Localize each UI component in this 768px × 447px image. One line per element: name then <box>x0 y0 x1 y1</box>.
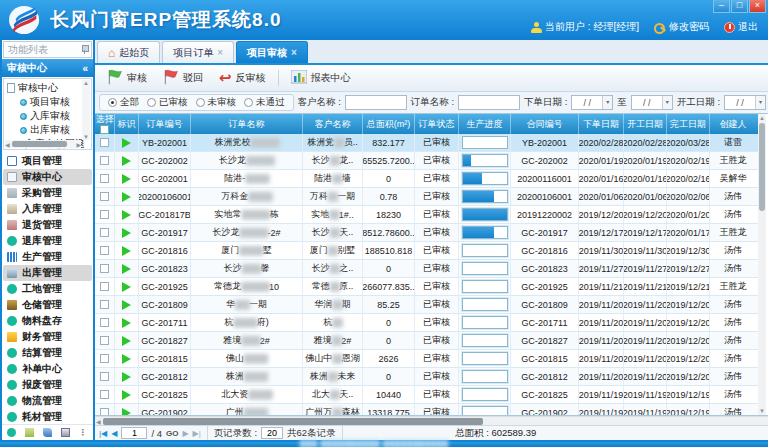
tree-hscroll-thumb[interactable] <box>12 141 67 147</box>
radio-未审核[interactable]: 未审核 <box>196 96 237 109</box>
tree-vertical-scrollbar[interactable]: ▲▼ <box>82 80 90 140</box>
row-checkbox[interactable] <box>100 228 109 237</box>
sidebar-item-5[interactable]: 退库管理 <box>3 233 92 249</box>
tab-2[interactable]: 项目审核× <box>236 41 308 63</box>
toolbar-button-审核[interactable]: 审核 <box>101 67 153 89</box>
row-checkbox[interactable] <box>100 192 109 201</box>
table-row[interactable]: GC-202002长沙龙██████长沙██龙..65525.7200..已审核… <box>95 152 758 170</box>
order-date-end-dropdown-icon[interactable]: ▾ <box>662 96 672 109</box>
module-pen-icon[interactable] <box>43 428 52 437</box>
table-row[interactable]: GC-201902广州█████广州万██森林13318.775已审核GC-20… <box>95 404 758 415</box>
sidebar-item-15[interactable]: 物流管理 <box>3 393 92 409</box>
column-header-5[interactable]: 总面积(m²) <box>363 114 415 134</box>
vscroll-thumb[interactable] <box>759 123 765 211</box>
table-horizontal-scrollbar[interactable]: ◀▶ <box>95 416 768 425</box>
pin-icon[interactable] <box>82 45 87 54</box>
prev-page-button[interactable]: ◀ <box>111 429 117 438</box>
go-button[interactable]: GO <box>166 429 178 438</box>
first-page-button[interactable]: |◀ <box>99 429 107 438</box>
column-header-10[interactable]: 开工日期 <box>624 114 667 134</box>
sidebar-section-header[interactable]: 审核中心 « <box>2 59 93 77</box>
table-row[interactable]: GC-201816厦门█████墅厦门██别墅188510.818已审核GC-2… <box>95 242 758 260</box>
table-row[interactable]: GC-201925常德龙██████10常德██原..266077.835..已… <box>95 278 758 296</box>
sidebar-item-10[interactable]: 物料盘存 <box>3 313 92 329</box>
minimize-button[interactable]: – <box>713 0 730 13</box>
sidebar-item-6[interactable]: 生产管理 <box>3 249 92 265</box>
column-header-2[interactable]: 订单编号 <box>139 114 191 134</box>
table-row[interactable]: GC-201823长沙████馨长沙██之..0已审核GC-2018232019… <box>95 260 758 278</box>
sidebar-item-9[interactable]: 仓储管理 <box>3 297 92 313</box>
table-row[interactable]: YB-202001株洲党校██████株洲党██员..832.177已审核YB-… <box>95 134 758 152</box>
logout-button[interactable]: 退出 <box>724 20 758 34</box>
tab-0[interactable]: ⌂起始页 <box>97 41 160 63</box>
column-header-3[interactable]: 订单名称 <box>191 114 303 134</box>
select-all-checkbox[interactable] <box>100 125 109 134</box>
module-dot-icon[interactable] <box>7 428 16 437</box>
toolbar-button-报表中心[interactable]: 报表中心 <box>285 68 357 88</box>
radio-全部[interactable]: 全部 <box>108 96 139 109</box>
tree-item-2[interactable]: 出库审核 <box>7 123 81 137</box>
sidebar-item-14[interactable]: 报废管理 <box>3 377 92 393</box>
last-page-button[interactable]: ▶| <box>193 429 201 438</box>
sidebar-item-4[interactable]: 退货管理 <box>3 217 92 233</box>
start-date-dropdown-icon[interactable]: ▾ <box>755 96 765 109</box>
order-date-picker[interactable]: / /▾ <box>571 95 613 110</box>
column-header-1[interactable]: 标识 <box>115 114 139 134</box>
tab-close-icon[interactable]: × <box>217 47 223 58</box>
table-row[interactable]: GC-201815佛山█████佛山中██恩湖2626已审核GC-2018152… <box>95 350 758 368</box>
row-checkbox[interactable] <box>100 246 109 255</box>
sidebar-item-2[interactable]: 采购管理 <box>3 185 92 201</box>
collapse-icon[interactable]: « <box>82 63 88 74</box>
tree-item-0[interactable]: 项目审核 <box>7 95 81 109</box>
order-date-dropdown-icon[interactable]: ▾ <box>602 96 612 109</box>
tree-item-1[interactable]: 入库审核 <box>7 109 81 123</box>
module-cart-icon[interactable] <box>25 428 34 437</box>
tree-root-audit-center[interactable]: 审核中心 <box>7 81 81 95</box>
row-checkbox[interactable] <box>100 282 109 291</box>
tree-horizontal-scrollbar[interactable]: ◀▶ <box>5 140 81 148</box>
row-checkbox[interactable] <box>100 318 109 327</box>
table-row[interactable]: GC-202001陆港-█████陆港██墙0已审核20200116001202… <box>95 170 758 188</box>
column-header-6[interactable]: 订单状态 <box>415 114 459 134</box>
table-row[interactable]: GC-201827雅境████2#雅境██2#0已审核GC-2018272019… <box>95 332 758 350</box>
row-checkbox[interactable] <box>100 156 109 165</box>
tab-close-icon[interactable]: × <box>291 47 297 58</box>
next-page-button[interactable]: ▶ <box>182 429 188 438</box>
column-header-0[interactable]: 选择 <box>95 114 115 134</box>
sidebar-item-11[interactable]: 财务管理 <box>3 329 92 345</box>
table-row[interactable]: GC-201917长沙龙██████-2#长沙██天..8512.78600..… <box>95 224 758 242</box>
table-row[interactable]: GC-201817B实地常██████栋实地██1#..18230已审核2019… <box>95 206 758 224</box>
change-password-button[interactable]: 修改密码 <box>654 20 709 34</box>
column-header-9[interactable]: 下单日期 <box>579 114 624 134</box>
row-checkbox[interactable] <box>100 372 109 381</box>
row-checkbox[interactable] <box>100 300 109 309</box>
toolbar-button-驳回[interactable]: 驳回 <box>157 67 209 89</box>
order-date-end-picker[interactable]: / /▾ <box>631 95 673 110</box>
column-header-12[interactable]: 创建人 <box>710 114 756 134</box>
sidebar-item-16[interactable]: 耗材管理 <box>3 409 92 424</box>
table-row[interactable]: GC-201711杭█████府)杭██0已审核GC-2017112019/11… <box>95 314 758 332</box>
row-checkbox[interactable] <box>100 264 109 273</box>
hscroll-thumb[interactable] <box>103 418 483 425</box>
row-checkbox[interactable] <box>100 408 109 415</box>
table-row[interactable]: GC-201809华███一期华润██期85.25已审核GC-201809201… <box>95 296 758 314</box>
table-row[interactable]: GC-201825北大资█████北大██天..10440已审核GC-20182… <box>95 386 758 404</box>
radio-已审核[interactable]: 已审核 <box>147 96 188 109</box>
row-checkbox[interactable] <box>100 336 109 345</box>
table-vertical-scrollbar[interactable]: ▲▼ <box>758 114 766 415</box>
sidebar-item-1[interactable]: 审核中心 <box>3 169 92 185</box>
toolbar-button-反审核[interactable]: ↩反审核 <box>213 69 272 87</box>
column-header-4[interactable]: 客户名称 <box>303 114 363 134</box>
table-row[interactable]: 20200106001万科金█████万科██一期0.78已审核20200106… <box>95 188 758 206</box>
row-checkbox[interactable] <box>100 138 109 147</box>
row-checkbox[interactable] <box>100 390 109 399</box>
sidebar-item-0[interactable]: 项目管理 <box>3 153 92 169</box>
row-checkbox[interactable] <box>100 210 109 219</box>
column-header-7[interactable]: 生产进度 <box>459 114 511 134</box>
row-checkbox[interactable] <box>100 174 109 183</box>
column-header-8[interactable]: 合同编号 <box>511 114 579 134</box>
sidebar-item-7[interactable]: 出库管理 <box>3 265 92 281</box>
customer-name-input[interactable] <box>345 95 407 110</box>
row-checkbox[interactable] <box>100 354 109 363</box>
page-number-input[interactable] <box>121 427 147 439</box>
